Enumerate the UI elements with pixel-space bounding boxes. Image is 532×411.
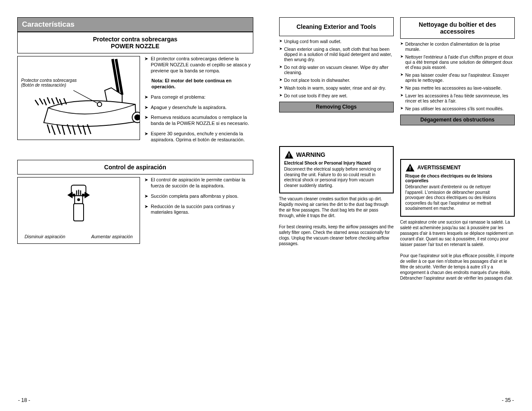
- right-column: Cleaning Exterior and Tools ➤Unplug cord…: [279, 17, 515, 281]
- warning-word: AVERTISSEMENT: [417, 165, 461, 171]
- bullet-arrow-icon: ➤: [279, 93, 283, 98]
- bullet-arrow-icon: ➤: [144, 193, 148, 199]
- bullet-text: Do not drip water on vacuum cleaner. Wip…: [284, 65, 394, 75]
- suction-content: Disminuir aspiración Aumentar aspiración…: [17, 177, 253, 244]
- overload-title: Protector contra sobrecargas POWER NOZZL…: [17, 32, 253, 53]
- features-header: Características: [17, 17, 253, 32]
- bullet-text: Succión completa para alfombras y pisos.: [151, 193, 239, 199]
- bullet-arrow-icon: ➤: [144, 94, 148, 100]
- bullet-arrow-icon: ➤: [279, 65, 283, 75]
- fr-warning-box: ! AVERTISSEMENT Risque de chocs électriq…: [400, 159, 515, 217]
- bullet-item: ➤Laver les accessoires à l'eau tiède sav…: [400, 93, 515, 103]
- bullet-arrow-icon: ➤: [279, 85, 283, 90]
- french-subcolumn: Nettoyage du boîtier et des accessoires …: [400, 17, 515, 281]
- bullet-arrow-icon: ➤: [279, 47, 283, 62]
- bullet-arrow-icon: ➤: [279, 39, 283, 44]
- warning-triangle-icon: !: [405, 163, 415, 172]
- bullet-item: ➤Unplug cord from wall outlet.: [279, 39, 394, 44]
- warning-triangle-icon: !: [284, 150, 294, 159]
- svg-point-3: [135, 115, 140, 120]
- bullet-item: ➤El protector contra sobrecargas detiene…: [144, 56, 253, 74]
- bullet-item: ➤Ne pas laisser couler d'eau sur l'aspir…: [400, 72, 515, 83]
- svg-text:!: !: [288, 153, 289, 159]
- fr-bullets: ➤Débrancher le cordon d'alimentation de …: [400, 41, 515, 111]
- powernozzle-illustration: Protector contra sobrecargas (Botón de r…: [17, 56, 140, 140]
- bullet-arrow-icon: ➤: [144, 204, 148, 216]
- left-column: Características Protector contra sobreca…: [17, 17, 253, 281]
- bullet-text: Wash tools in warm, soapy water, rinse a…: [284, 85, 386, 90]
- warning-text: Débrancher avant d'entretenir ou de nett…: [405, 184, 510, 212]
- warning-heading: ! AVERTISSEMENT: [405, 163, 510, 172]
- bullet-arrow-icon: ➤: [400, 72, 404, 83]
- handle-svg: [22, 182, 135, 225]
- page-number-left: - 18 -: [18, 397, 30, 403]
- bullet-item: ➤Do not place tools in dishwasher.: [279, 78, 394, 83]
- bullet-item: ➤Clean exterior using a clean, soft clot…: [279, 47, 394, 62]
- bullet-arrow-icon: ➤: [144, 177, 148, 189]
- bullet-text: Clean exterior using a clean, soft cloth…: [284, 47, 394, 62]
- bullet-text: Reducción de la succión para cortinas y …: [151, 204, 253, 216]
- vacuum-svg: [18, 56, 140, 137]
- bullet-item: ➤Débrancher le cordon d'alimentation de …: [400, 41, 515, 52]
- fr-note: Cet aspirateur crée une succion qui rama…: [400, 219, 515, 281]
- bullet-text: Ne pas mettre les accessoires au lave-va…: [405, 85, 502, 90]
- bullet-text: Unplug cord from wall outlet.: [284, 39, 342, 44]
- svg-rect-8: [74, 204, 84, 221]
- bullet-arrow-icon: ➤: [144, 105, 148, 111]
- bullet-item: ➤Ne pas utiliser les accessoires s'ils s…: [400, 106, 515, 111]
- bullet-arrow-icon: ➤: [144, 115, 148, 127]
- bullet-item: Nota: El motor del bote continua en oper…: [144, 78, 253, 90]
- decrease-label: Disminuir aspiración: [25, 234, 65, 239]
- bullet-text: Débrancher le cordon d'alimentation de l…: [405, 41, 515, 52]
- bullet-arrow-icon: ➤: [279, 78, 283, 83]
- bullet-item: ➤Remueva residuos acumulados o remplace …: [144, 115, 253, 127]
- bullet-arrow-icon: ➤: [144, 56, 148, 74]
- bullet-text: Remueva residuos acumulados o remplace l…: [151, 115, 253, 127]
- suction-title: Control de aspiración: [17, 160, 253, 174]
- bullet-text: Espere 30 segundos, enchufe y encienda l…: [151, 131, 253, 143]
- bullet-item: ➤Nettoyer l'extérieur à l'aide d'un chif…: [400, 54, 515, 70]
- suction-section: Control de aspiración: [17, 160, 253, 244]
- en-clogs-header: Removing Clogs: [279, 102, 394, 112]
- page-number-right: - 35 -: [502, 397, 514, 403]
- overload-bullets: ➤El protector contra sobrecargas detiene…: [144, 56, 253, 147]
- bullet-text: Do not use tools if they are wet.: [284, 93, 348, 98]
- bullet-arrow-icon: ➤: [400, 85, 404, 90]
- svg-rect-13: [82, 194, 84, 196]
- overload-title-line2: POWER NOZZLE: [111, 43, 159, 50]
- bullet-arrow-icon: ➤: [400, 41, 404, 52]
- warning-word: WARNING: [296, 151, 326, 158]
- suction-labels: Disminuir aspiración Aumentar aspiración: [22, 234, 135, 239]
- warning-heading: ! WARNING: [284, 150, 389, 159]
- bullet-text: Do not place tools in dishwasher.: [284, 78, 351, 83]
- bullet-item: ➤Reducción de la succión para cortinas y…: [144, 204, 253, 216]
- bullet-text: Ne pas laisser couler d'eau sur l'aspira…: [405, 72, 515, 83]
- bullet-text: Nettoyer l'extérieur à l'aide d'un chiff…: [405, 54, 515, 70]
- suction-illustration: Disminuir aspiración Aumentar aspiración: [17, 177, 140, 244]
- bullet-spacer: [144, 78, 149, 90]
- bullet-item: ➤Do not drip water on vacuum cleaner. Wi…: [279, 65, 394, 75]
- bullet-item: ➤Para corregir el problema:: [144, 94, 253, 100]
- en-note: The vacuum cleaner creates suction that …: [279, 196, 394, 246]
- bullet-item: ➤Succión completa para alfombras y pisos…: [144, 193, 253, 199]
- warning-text: Disconnect the electrical supply before …: [284, 167, 389, 188]
- fr-clean-title: Nettoyage du boîtier et des accessoires: [400, 17, 515, 39]
- bullet-arrow-icon: ➤: [400, 93, 404, 103]
- svg-text:!: !: [409, 165, 411, 172]
- bullet-item: ➤Wash tools in warm, soapy water, rinse …: [279, 85, 394, 90]
- svg-marker-12: [84, 192, 90, 198]
- bullet-text: Para corregir el problema:: [151, 94, 205, 100]
- svg-rect-11: [73, 194, 75, 196]
- english-subcolumn: Cleaning Exterior and Tools ➤Unplug cord…: [279, 17, 394, 281]
- bullet-text: El protector contra sobrecargas detiene …: [151, 56, 253, 74]
- bullet-item: ➤Espere 30 segundos, enchufe y encienda …: [144, 131, 253, 143]
- bullet-note: Nota: El motor del bote continua en oper…: [152, 78, 253, 90]
- bullet-arrow-icon: ➤: [400, 106, 404, 111]
- overload-title-line1: Protector contra sobrecargas: [93, 36, 177, 43]
- bullet-item: ➤Apague y desenchufe la aspiradora.: [144, 105, 253, 111]
- bullet-arrow-icon: ➤: [144, 131, 148, 143]
- svg-point-9: [78, 199, 80, 201]
- fr-clogs-header: Dégagement des obstructions: [400, 115, 515, 125]
- bullet-item: ➤Ne pas mettre les accessoires au lave-v…: [400, 85, 515, 90]
- bullet-item: ➤Do not use tools if they are wet.: [279, 93, 394, 98]
